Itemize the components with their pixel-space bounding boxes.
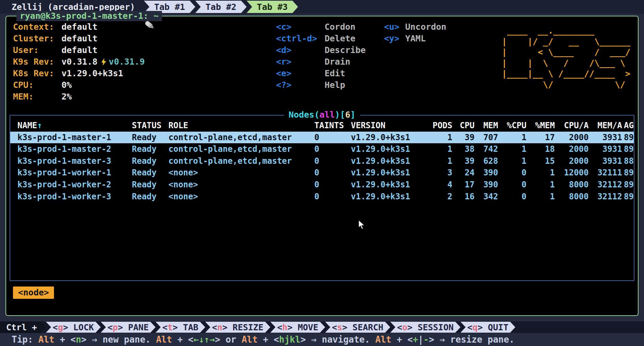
table-body: k3s-prod-1-master-1Readycontrol-plane,et…: [10, 132, 634, 203]
hotkey-row: <e> Edit: [276, 68, 366, 79]
key-bracket: <: [212, 322, 217, 332]
table-title-prefix: Nodes(: [289, 110, 319, 120]
cell-age: 89: [622, 132, 634, 144]
tip-token: + <: [172, 334, 194, 345]
cell-mem: 390: [475, 167, 498, 179]
cell-role: <none>: [168, 167, 314, 179]
info-label: K8s Rev:: [13, 68, 61, 79]
tab-label: Tab #2: [206, 2, 236, 12]
key-bracket: <: [162, 322, 167, 332]
cell-role: <none>: [168, 191, 314, 203]
key-bracket: <: [53, 322, 58, 332]
column-header-pods[interactable]: PODS: [419, 120, 452, 132]
nodes-table-panel: Nodes(all)[6] NAME↑STATUSROLETAINTSVERSI…: [10, 115, 634, 281]
key-bracket: >: [63, 322, 73, 332]
table-row[interactable]: k3s-prod-1-worker-3Ready<none>0v1.29.0+k…: [10, 191, 634, 203]
column-header-name[interactable]: NAME↑: [17, 120, 132, 132]
cell-age: 89: [622, 143, 634, 155]
segment-key: s: [337, 322, 342, 332]
segment-label: TAB: [183, 322, 198, 332]
segment-key: n: [217, 322, 222, 332]
cell-cpu: 39: [452, 155, 475, 167]
column-header-mema[interactable]: MEM/A: [589, 120, 622, 132]
column-header-cpua[interactable]: CPU/A: [555, 120, 589, 132]
tip-token: Alt: [242, 334, 258, 345]
keybar-segment[interactable]: <g> LOCK: [46, 322, 100, 333]
table-row[interactable]: k3s-prod-1-master-1Readycontrol-plane,et…: [10, 132, 634, 144]
cell-age: 89: [622, 167, 634, 179]
tab[interactable]: Tab #2: [195, 1, 247, 13]
column-header-age[interactable]: AG: [622, 120, 634, 132]
hotkey-key: <ctrl-d>: [276, 33, 325, 44]
upgrade-available: v0.31.9: [101, 56, 145, 68]
cell-cpua: 8000: [555, 179, 589, 191]
keybar-segment[interactable]: <p> PANE: [101, 322, 155, 333]
tip-token: -: [423, 334, 429, 345]
cell-pcpu: 0: [498, 179, 526, 191]
column-header-status[interactable]: STATUS: [132, 120, 168, 132]
zellij-tip-bar: Tip: Alt + <n> ⇒ new pane. Alt + <←↓↑→> …: [0, 333, 644, 346]
tip-token: ←↓↑→: [193, 334, 215, 345]
info-label: Cluster:: [13, 33, 61, 44]
hotkey-row: <?> Help: [276, 79, 366, 91]
hotkey-row: <r> Drain: [276, 56, 366, 68]
table-row[interactable]: k3s-prod-1-worker-1Ready<none>0v1.29.0+k…: [10, 167, 634, 179]
cell-mem: 390: [475, 179, 498, 191]
column-header-pcpu[interactable]: %CPU: [498, 120, 526, 132]
hotkey-row: <y> YAML: [384, 33, 446, 44]
cell-role: control-plane,etcd,master: [168, 132, 314, 144]
cluster-info-row: MEM: 2%: [13, 91, 156, 103]
cell-mema: 3931: [589, 143, 622, 155]
info-label: MEM:: [13, 91, 61, 103]
segment-key: t: [167, 322, 173, 332]
cell-mema: 3931: [589, 132, 622, 144]
cluster-info-row: CPU: 0%: [13, 79, 156, 91]
table-title-scope: all: [319, 110, 335, 120]
cell-pods: 1: [419, 132, 452, 144]
k9s-ascii-logo: ____ __.________ | |/ _/ __ \______ | < …: [502, 25, 630, 90]
table-row[interactable]: k3s-prod-1-master-3Readycontrol-plane,et…: [10, 155, 634, 167]
cell-name: k3s-prod-1-worker-1: [17, 167, 132, 179]
keybar-segment[interactable]: <n> RESIZE: [205, 322, 271, 333]
key-bracket: >: [407, 322, 417, 332]
segment-key: p: [113, 322, 118, 332]
keybar-segment[interactable]: <s> SEARCH: [325, 322, 390, 333]
cell-mema: 32112: [589, 191, 622, 203]
cell-pmem: 17: [526, 132, 555, 144]
cell-cpua: 2000: [555, 155, 589, 167]
cell-name: k3s-prod-1-worker-3: [17, 191, 132, 203]
cell-mema: 32112: [589, 179, 622, 191]
cell-status: Ready: [132, 167, 168, 179]
cell-mem: 742: [475, 143, 498, 155]
column-header-pmem[interactable]: %MEM: [526, 120, 555, 132]
cell-pods: 1: [419, 143, 452, 155]
hotkey-key: <c>: [276, 21, 325, 33]
tip-token: Alt: [375, 334, 392, 345]
column-header-taints[interactable]: TAINTS: [314, 120, 351, 132]
cell-version: v1.29.0+k3s1: [351, 167, 419, 179]
crayon-icon: [102, 9, 155, 46]
hotkey-key: <r>: [276, 56, 325, 68]
cell-version: v1.29.0+k3s1: [351, 191, 419, 203]
segment-label: SEARCH: [353, 322, 383, 332]
cell-pcpu: 0: [498, 167, 526, 179]
column-header-mem[interactable]: MEM: [475, 120, 498, 132]
column-header-version[interactable]: VERSION: [351, 120, 419, 132]
table-header-row: NAME↑STATUSROLETAINTSVERSIONPODSCPUMEM%C…: [10, 120, 634, 132]
cell-mem: 628: [475, 155, 498, 167]
keybar-segment[interactable]: <h> MOVE: [270, 322, 325, 333]
tip-token: > or: [215, 334, 242, 345]
keybar-segment[interactable]: <o> SESSION: [390, 322, 461, 333]
tab[interactable]: Tab #3: [247, 1, 298, 13]
table-row[interactable]: k3s-prod-1-master-2Readycontrol-plane,et…: [10, 143, 634, 155]
segment-key: g: [58, 322, 63, 332]
column-header-role[interactable]: ROLE: [168, 120, 314, 132]
column-header-cpu[interactable]: CPU: [452, 120, 475, 132]
cell-taints: 0: [314, 155, 351, 167]
hotkey-action: YAML: [405, 33, 426, 44]
cell-cpua: 2000: [555, 143, 589, 155]
sort-arrow-icon: ↑: [37, 120, 42, 132]
keybar-segment[interactable]: <q> QUIT: [461, 322, 515, 333]
table-row[interactable]: k3s-prod-1-worker-2Ready<none>0v1.29.0+k…: [10, 179, 634, 191]
keybar-segment[interactable]: <t> TAB: [155, 322, 205, 333]
